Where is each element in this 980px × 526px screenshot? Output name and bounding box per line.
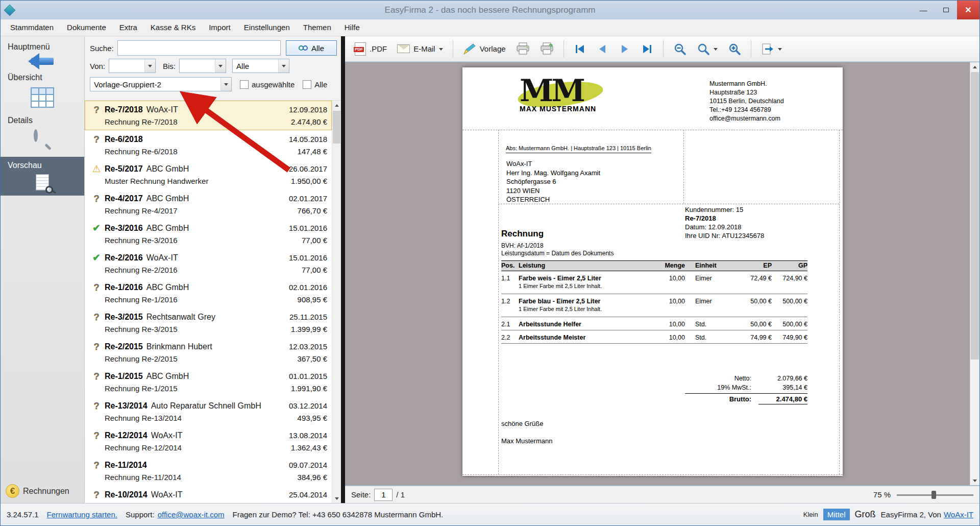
print-button[interactable]	[511, 39, 534, 59]
invoice-amount: 12.003,16 €	[287, 501, 327, 503]
support-email-link[interactable]: office@woax-it.com	[158, 510, 225, 519]
sender-address-line: Hauptstraße 123	[709, 88, 784, 97]
invoice-list-item[interactable]: Re-7/2018 WoAx-IT Rechnung Re-7/2018 12.…	[85, 101, 332, 130]
line-item: 1.2 Farbe blau - Eimer 2,5 Liter 10,00 E…	[501, 294, 807, 317]
invoice-ref: Re-3/2016	[105, 222, 143, 234]
vorlage-button[interactable]: Vorlage	[458, 39, 510, 59]
template-combobox[interactable]: Vorlage-Gruppiert-2	[90, 77, 232, 91]
invoice-list-item[interactable]: Re-3/2015 Rechtsanwalt Grey Rechnung Re-…	[85, 308, 332, 338]
invoice-list-item[interactable]: Re-2/2015 Brinkmann Hubert Rechnung Re-2…	[85, 338, 332, 367]
zoom-level-button[interactable]	[692, 39, 722, 59]
invoice-date: 03.12.2014	[289, 399, 327, 412]
export-button[interactable]	[756, 39, 787, 59]
invoice-list-item[interactable]: Re-3/2016 ABC GmbH Rechnung Re-3/2016 15…	[85, 219, 332, 249]
maximize-button[interactable]	[935, 1, 957, 19]
font-size-small-button[interactable]: Klein	[803, 511, 818, 518]
invoice-date: 01.01.2015	[289, 370, 327, 382]
chevron-down-icon[interactable]	[220, 78, 231, 91]
status-combobox[interactable]: Alle	[232, 59, 289, 73]
preview-scrollbar[interactable]	[970, 62, 979, 485]
vorlage-button-label: Vorlage	[480, 44, 506, 53]
menu-item[interactable]: Stammdaten	[4, 19, 60, 36]
search-input[interactable]	[117, 40, 281, 56]
invoice-info-block: Kundennummer: 15Re-7/2018Datum: 12.09.20…	[685, 205, 764, 240]
menu-item[interactable]: Hilfe	[338, 19, 366, 36]
alle-filter-button[interactable]: Alle	[286, 40, 337, 56]
invoice-ref: Re-13/2014	[105, 399, 148, 412]
col-gp: GP	[772, 262, 807, 269]
invoice-list-item[interactable]: Re-10/2014 WoAx-IT Beispiel Rechnung 25.…	[85, 486, 332, 503]
page-number-input[interactable]	[374, 489, 393, 501]
invoice-list-item[interactable]: Re-2/2016 WoAx-IT Rechnung Re-2/2016 15.…	[85, 249, 332, 278]
invoice-list-item[interactable]: Re-12/2014 WoAx-IT Rechnung Re-12/2014 1…	[85, 426, 332, 456]
previous-page-button[interactable]	[592, 40, 613, 58]
menu-item[interactable]: Themen	[297, 19, 338, 36]
invoice-status-icon	[88, 103, 105, 130]
scrollbar-thumb[interactable]	[971, 72, 979, 360]
zoom-in-button[interactable]	[723, 39, 746, 59]
item-pos: 2.1	[501, 321, 519, 328]
scroll-down-button[interactable]	[332, 494, 341, 503]
scroll-up-button[interactable]	[332, 101, 341, 109]
invoice-list-item[interactable]: Re-1/2015 ABC GmbH Rechnung Re-1/2015 01…	[85, 367, 332, 397]
font-size-medium-button[interactable]: Mittel	[823, 509, 850, 520]
von-date-combobox[interactable]	[109, 59, 156, 73]
item-name: Arbeitsstunde Helfer	[519, 321, 649, 328]
brand-link[interactable]: WoAx-IT	[944, 510, 973, 519]
sidebar-item-hauptmenu[interactable]: Hauptmenü	[1, 36, 84, 65]
zoom-slider[interactable]	[897, 490, 973, 499]
invoice-list-item[interactable]: Re-4/2017 ABC GmbH Rechnung Re-4/2017 02…	[85, 189, 332, 219]
sidebar-item-vorschau[interactable]: Vorschau	[1, 157, 84, 196]
invoice-list-item[interactable]: Re-1/2016 ABC GmbH Rechnung Re-1/2016 02…	[85, 278, 332, 308]
sidebar-item-details[interactable]: Details	[1, 110, 84, 149]
menu-item[interactable]: Extra	[113, 19, 144, 36]
recipient-address-line: 1120 WIEN	[506, 186, 600, 196]
panel-splitter[interactable]	[341, 36, 345, 503]
chevron-down-icon[interactable]	[144, 59, 155, 73]
preview-area: MM MAX MUSTERMANN Mustermann GmbH.Haupts…	[345, 62, 970, 485]
close-button[interactable]: ✕	[957, 1, 979, 19]
zoom-slider-thumb[interactable]	[932, 491, 936, 499]
list-scrollbar[interactable]	[332, 101, 341, 503]
totals-value: 2.474,80 €	[758, 395, 807, 404]
zoom-percentage: 75 %	[873, 490, 891, 499]
invoice-customer: Auto Reparatur Schnell GmbH	[151, 399, 261, 412]
menu-item[interactable]: Dokumente	[60, 19, 113, 36]
menu-item[interactable]: Import	[202, 19, 237, 36]
invoice-ref: Re-4/2017	[105, 192, 143, 205]
zoom-out-button[interactable]	[669, 39, 691, 59]
chevron-down-icon[interactable]	[278, 59, 289, 73]
next-page-button[interactable]	[614, 40, 635, 58]
bis-date-combobox[interactable]	[179, 59, 226, 73]
sender-address-line: Mustermann GmbH.	[709, 80, 784, 88]
font-size-large-button[interactable]: Groß	[855, 509, 876, 520]
grid-icon	[31, 87, 54, 108]
chevron-down-icon	[439, 48, 443, 53]
first-page-button[interactable]	[569, 40, 591, 58]
chevron-down-icon[interactable]	[215, 59, 226, 73]
invoice-list-item[interactable]: Re-11/2014 Rechnung Re-11/2014 09.07.201…	[85, 456, 332, 486]
line-items-table: Pos. Leistung Menge Einheit EP GP	[501, 260, 807, 344]
alle-checkbox[interactable]	[303, 80, 311, 89]
sidebar-item-rechnungen[interactable]: € Rechnungen	[6, 484, 69, 498]
pdf-export-button[interactable]: PDF .PDF	[350, 39, 391, 59]
scroll-down-button[interactable]	[970, 476, 979, 485]
sidebar-item-uebersicht[interactable]: Übersicht	[1, 67, 84, 108]
email-button[interactable]: E-Mail	[393, 41, 448, 57]
last-page-button[interactable]	[636, 40, 658, 58]
invoice-customer: WoAx-IT	[146, 251, 178, 264]
menu-item[interactable]: Einstellungen	[237, 19, 297, 36]
invoice-list-item[interactable]: Re-6/2018 Rechnung Re-6/2018 14.05.2018 …	[85, 130, 332, 160]
menu-item[interactable]: Kasse & RKs	[144, 19, 202, 36]
scrollbar-thumb[interactable]	[333, 111, 340, 144]
minimize-button[interactable]: —	[912, 1, 935, 19]
invoice-subtitle: Beispiel Rechnung	[105, 501, 267, 503]
print-options-button[interactable]: ?	[535, 39, 558, 59]
scroll-up-button[interactable]	[970, 62, 979, 71]
invoice-customer: ABC GmbH	[146, 162, 189, 175]
ausgewaehlte-checkbox[interactable]	[240, 80, 249, 89]
invoice-list-item[interactable]: Re-5/2017 ABC GmbH Muster Rechnung Handw…	[85, 160, 332, 189]
fernwartung-link[interactable]: Fernwartung starten.	[47, 510, 117, 519]
uebersicht-label: Übersicht	[1, 67, 84, 83]
invoice-list-item[interactable]: Re-13/2014 Auto Reparatur Schnell GmbH R…	[85, 397, 332, 426]
